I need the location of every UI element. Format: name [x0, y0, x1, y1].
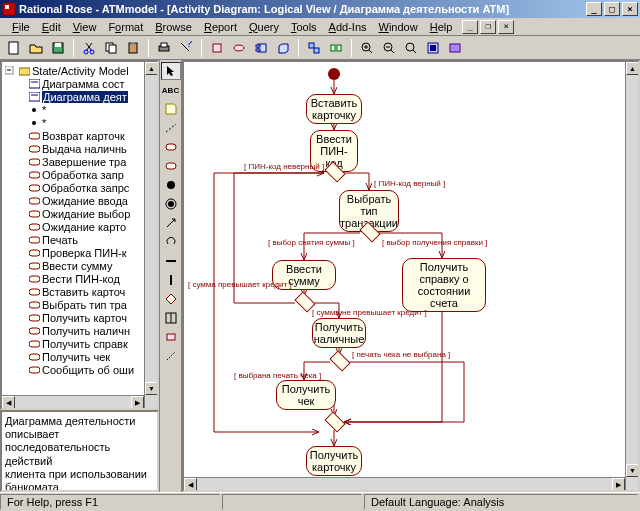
canvas-scroll-up[interactable]: ▲: [626, 62, 639, 75]
scroll-right-button[interactable]: ▶: [131, 396, 144, 409]
tree-item[interactable]: Получить карточ: [4, 311, 157, 324]
paste-button[interactable]: [123, 38, 143, 58]
start-tool[interactable]: [161, 176, 181, 194]
menu-query[interactable]: Query: [243, 20, 285, 34]
tools-button[interactable]: [445, 38, 465, 58]
new-button[interactable]: [4, 38, 24, 58]
menu-report[interactable]: Report: [198, 20, 243, 34]
help-context-button[interactable]: ?: [176, 38, 196, 58]
diagram-canvas[interactable]: Вставить карточку Ввести ПИН-код [ ПИН-к…: [182, 60, 640, 492]
browse-usecase-button[interactable]: [229, 38, 249, 58]
tree-item[interactable]: Завершение тра: [4, 155, 157, 168]
menu-addins[interactable]: Add-Ins: [323, 20, 373, 34]
menu-window[interactable]: Window: [373, 20, 424, 34]
activity-get-receipt[interactable]: Получить чек: [276, 380, 336, 410]
text-tool[interactable]: ABC: [161, 81, 181, 99]
state-tool[interactable]: [161, 138, 181, 156]
initial-node[interactable]: [328, 68, 340, 80]
scroll-left-button[interactable]: ◀: [2, 396, 15, 409]
menu-file[interactable]: File: [6, 20, 36, 34]
activity-insert-card[interactable]: Вставить карточку: [306, 94, 362, 124]
object-tool[interactable]: [161, 328, 181, 346]
scroll-down-button[interactable]: ▼: [145, 382, 158, 395]
open-button[interactable]: [26, 38, 46, 58]
activity-tool[interactable]: [161, 157, 181, 175]
tree-item[interactable]: Вести ПИН-код: [4, 272, 157, 285]
browse-deployment-button[interactable]: [273, 38, 293, 58]
mdi-close-button[interactable]: ×: [498, 20, 514, 34]
tree-item[interactable]: *: [4, 116, 157, 129]
tree-vscroll[interactable]: ▲ ▼: [144, 62, 157, 408]
copy-button[interactable]: [101, 38, 121, 58]
activity-get-cash[interactable]: Получить наличные: [312, 318, 366, 348]
tree-item[interactable]: Сообщить об оши: [4, 363, 157, 376]
menu-edit[interactable]: Edit: [36, 20, 67, 34]
canvas-scroll-left[interactable]: ◀: [184, 478, 197, 491]
tree-item[interactable]: Печать: [4, 233, 157, 246]
minimize-button[interactable]: _: [586, 2, 602, 16]
zoom-out-button[interactable]: [379, 38, 399, 58]
tree-item[interactable]: Ввести сумму: [4, 259, 157, 272]
menu-format[interactable]: Format: [102, 20, 149, 34]
tree-item[interactable]: Получить наличн: [4, 324, 157, 337]
canvas-hscroll[interactable]: ◀ ▶: [184, 477, 625, 490]
tree-item[interactable]: Диаграмма деят: [4, 90, 157, 103]
zoom-in-button[interactable]: [357, 38, 377, 58]
canvas-scroll-down[interactable]: ▼: [626, 464, 639, 477]
canvas-vscroll[interactable]: ▲ ▼: [625, 62, 638, 490]
model-tree[interactable]: State/Activity ModelДиаграмма состДиагра…: [0, 60, 159, 410]
tree-item[interactable]: Ожидание ввода: [4, 194, 157, 207]
tree-hscroll[interactable]: ◀ ▶: [2, 395, 144, 408]
self-transition-tool[interactable]: [161, 233, 181, 251]
browse-previous-button[interactable]: [326, 38, 346, 58]
canvas-scroll-right[interactable]: ▶: [612, 478, 625, 491]
anchor-tool[interactable]: [161, 119, 181, 137]
tree-item[interactable]: Обработка запрс: [4, 181, 157, 194]
objectflow-tool[interactable]: [161, 347, 181, 365]
browse-parent-button[interactable]: [304, 38, 324, 58]
transition-tool[interactable]: [161, 214, 181, 232]
print-button[interactable]: [154, 38, 174, 58]
mdi-restore-button[interactable]: ❐: [480, 20, 496, 34]
menu-view[interactable]: View: [67, 20, 103, 34]
tree-item[interactable]: Получить справк: [4, 337, 157, 350]
decision-receipt[interactable]: [329, 350, 350, 371]
vsync-tool[interactable]: [161, 271, 181, 289]
documentation-pane[interactable]: Диаграмма деятельности описывает последо…: [0, 410, 159, 492]
activity-get-balance[interactable]: Получить справку о состоянии счета: [402, 258, 486, 312]
browse-component-button[interactable]: [251, 38, 271, 58]
mdi-minimize-button[interactable]: _: [462, 20, 478, 34]
tree-item[interactable]: Проверка ПИН-к: [4, 246, 157, 259]
scroll-up-button[interactable]: ▲: [145, 62, 158, 75]
menu-help[interactable]: Help: [424, 20, 459, 34]
undo-fit-button[interactable]: [423, 38, 443, 58]
tree-root[interactable]: State/Activity Model: [4, 64, 157, 77]
expander-icon[interactable]: [4, 65, 16, 76]
tree-item[interactable]: Ожидание выбор: [4, 207, 157, 220]
swimlane-tool[interactable]: [161, 309, 181, 327]
tree-item[interactable]: Обработка запр: [4, 168, 157, 181]
zoom-fit-button[interactable]: [401, 38, 421, 58]
tree-item[interactable]: Диаграмма сост: [4, 77, 157, 90]
tree-item[interactable]: Получить чек: [4, 350, 157, 363]
menu-tools[interactable]: Tools: [285, 20, 323, 34]
note-tool[interactable]: [161, 100, 181, 118]
save-button[interactable]: [48, 38, 68, 58]
tree-item[interactable]: *: [4, 103, 157, 116]
end-tool[interactable]: [161, 195, 181, 213]
close-button[interactable]: ×: [622, 2, 638, 16]
merge-node[interactable]: [324, 411, 345, 432]
decision-tool[interactable]: [161, 290, 181, 308]
hsync-tool[interactable]: [161, 252, 181, 270]
tree-item[interactable]: Вставить карточ: [4, 285, 157, 298]
tree-item[interactable]: Выбрать тип тра: [4, 298, 157, 311]
browse-class-button[interactable]: [207, 38, 227, 58]
tree-item[interactable]: Выдача наличнь: [4, 142, 157, 155]
menu-browse[interactable]: Browse: [149, 20, 198, 34]
activity-get-card[interactable]: Получить карточку: [306, 446, 362, 476]
cut-button[interactable]: [79, 38, 99, 58]
tree-item[interactable]: Возврат карточк: [4, 129, 157, 142]
tree-item[interactable]: Ожидание карто: [4, 220, 157, 233]
pointer-tool[interactable]: [161, 62, 181, 80]
maximize-button[interactable]: □: [604, 2, 620, 16]
